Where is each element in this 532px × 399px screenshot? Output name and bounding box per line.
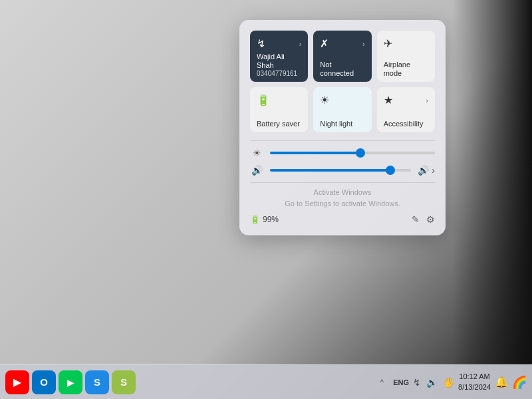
taskbar-play[interactable]: ▶	[59, 370, 82, 394]
battery-saver-icon: 🔋	[257, 94, 270, 106]
taskbar-notification-icon[interactable]: 🔔	[495, 376, 508, 388]
tiles-grid: ↯ › Wajid Ali Shah 03404779161 ✗ › Not c…	[250, 31, 435, 132]
taskbar-youtube[interactable]: ▶	[5, 370, 29, 394]
battery-saver-tile[interactable]: 🔋 Battery saver	[250, 87, 308, 132]
play-icon: ▶	[67, 377, 74, 388]
bluetooth-chevron-icon[interactable]: ›	[362, 40, 365, 48]
taskbar-sys-icons: ↯ 🔊 🖐	[413, 377, 454, 388]
taskbar-language[interactable]: ENG	[393, 378, 409, 386]
taskbar-apps: ▶ O ▶ S S	[5, 370, 136, 394]
brightness-thumb[interactable]	[356, 148, 365, 158]
bluetooth-tile[interactable]: ✗ › Not connected	[313, 31, 371, 82]
wifi-icon: ↯	[257, 37, 265, 50]
battery-percent: 99%	[263, 215, 279, 224]
bluetooth-label: Not connected	[320, 61, 364, 78]
taskbar-chevron-icon[interactable]: ^	[380, 378, 384, 387]
panel-bottom-icons: ✎ ⚙	[412, 214, 435, 225]
volume-icon: 🔊	[250, 165, 263, 176]
edit-icon[interactable]: ✎	[412, 214, 420, 225]
brightness-fill	[270, 152, 360, 154]
volume-slider-row: 🔊 🔊 ›	[250, 165, 435, 176]
volume-fill	[270, 169, 390, 172]
night-light-tile[interactable]: ☀ Night light	[313, 87, 371, 132]
activate-windows-watermark: Activate Windows Go to Settings to activ…	[250, 187, 435, 209]
quick-settings-panel: ↯ › Wajid Ali Shah 03404779161 ✗ › Not c…	[239, 20, 446, 235]
taskbar-shopify[interactable]: S	[112, 370, 136, 394]
taskbar-s-app[interactable]: S	[85, 370, 109, 394]
taskbar-volume-icon[interactable]: 🔊	[426, 377, 438, 388]
activate-windows-line1: Activate Windows	[250, 187, 435, 198]
accessibility-icon: ★	[384, 94, 393, 106]
outlook-icon: O	[40, 376, 48, 388]
s-icon: S	[94, 376, 100, 388]
sliders-section: ☀ 🔊 🔊 ›	[250, 148, 435, 176]
wifi-chevron-icon[interactable]: ›	[299, 40, 302, 48]
settings-icon[interactable]: ⚙	[426, 214, 435, 225]
night-light-label: Night light	[320, 120, 352, 128]
taskbar-profile-icon[interactable]: 🌈	[512, 375, 527, 390]
volume-thumb[interactable]	[386, 166, 395, 175]
accessibility-chevron-icon[interactable]: ›	[426, 96, 428, 104]
wifi-sublabel: 03404779161	[257, 70, 297, 78]
airplane-label: Airplane mode	[384, 61, 428, 78]
night-light-icon: ☀	[320, 94, 329, 106]
brightness-track[interactable]	[270, 152, 435, 154]
taskbar-sys-tray: ^ ENG ↯ 🔊 🖐 10:12 AM 8/13/2024 🔔 🌈	[380, 372, 527, 392]
wifi-tile[interactable]: ↯ › Wajid Ali Shah 03404779161	[250, 31, 308, 82]
volume-track[interactable]	[270, 169, 411, 172]
youtube-icon: ▶	[13, 376, 21, 388]
panel-bottom: 🔋 99% ✎ ⚙	[250, 214, 435, 225]
shopify-icon: S	[120, 376, 127, 388]
activate-windows-line2: Go to Settings to activate Windows.	[250, 198, 435, 209]
airplane-tile[interactable]: ✈ Airplane mode	[377, 31, 435, 82]
brightness-slider-row: ☀	[250, 148, 435, 158]
separator-1	[250, 140, 435, 141]
volume-end-icon[interactable]: 🔊 ›	[418, 165, 435, 176]
battery-info: 🔋 99%	[250, 215, 279, 224]
bluetooth-icon: ✗	[320, 37, 329, 50]
battery-saver-label: Battery saver	[257, 120, 300, 128]
taskbar-clock[interactable]: 10:12 AM 8/13/2024	[458, 372, 491, 392]
taskbar-wifi-icon[interactable]: ↯	[413, 377, 421, 388]
accessibility-label: Accessibility	[384, 120, 424, 128]
airplane-icon: ✈	[384, 37, 392, 50]
taskbar-touch-icon[interactable]: 🖐	[443, 377, 454, 388]
separator-2	[250, 182, 435, 183]
taskbar-outlook[interactable]: O	[32, 370, 56, 394]
taskbar-time-display: 10:12 AM	[458, 372, 491, 382]
taskbar-date-display: 8/13/2024	[458, 382, 491, 392]
battery-icon: 🔋	[250, 215, 260, 224]
wifi-label: Wajid Ali Shah	[257, 53, 301, 70]
taskbar: ▶ O ▶ S S ^ ENG ↯ 🔊 🖐 10:12 AM 8/13/2024…	[0, 364, 532, 399]
brightness-icon: ☀	[250, 148, 263, 158]
accessibility-tile[interactable]: ★ › Accessibility	[377, 87, 435, 132]
background-dark	[452, 0, 532, 399]
